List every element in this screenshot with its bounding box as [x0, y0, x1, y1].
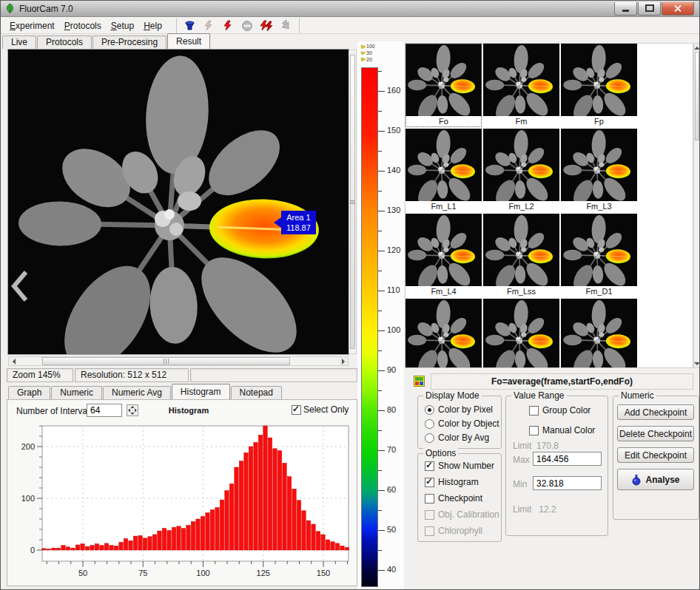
checkbox-icon[interactable] — [425, 461, 434, 471]
histogram-bar — [104, 543, 108, 550]
radio-icon[interactable] — [425, 433, 434, 443]
tab-histogram[interactable]: Histogram — [172, 384, 230, 399]
tab-graph[interactable]: Graph — [8, 386, 50, 399]
histogram-bar — [42, 549, 46, 550]
thumbnail-fm-l4[interactable]: Fm_L4 — [405, 214, 482, 297]
analyse-button[interactable]: Analyse — [617, 469, 694, 490]
menu-experiment[interactable]: Experiment — [8, 19, 61, 33]
snapshot-icon[interactable] — [202, 19, 216, 32]
checkbox-show-number[interactable]: Show Number — [425, 461, 494, 471]
histogram-bar — [220, 500, 223, 550]
display-mode-title: Display Mode — [423, 390, 482, 401]
image-viewport[interactable]: Area 1 118.87 — [8, 50, 349, 354]
checkbox-manual-color[interactable]: Manual Color — [529, 425, 595, 435]
colorbar-tick — [378, 370, 385, 371]
thumbnail-image — [483, 44, 559, 116]
tab-notepad[interactable]: Notepad — [231, 386, 282, 399]
tab-pre-procesing[interactable]: Pre-Procesing — [92, 35, 166, 49]
thumbnail-partial[interactable] — [405, 299, 482, 368]
thumbnail-fm[interactable]: Fm — [483, 44, 559, 127]
close-button[interactable] — [662, 2, 694, 16]
colorbar-tick — [378, 530, 385, 531]
scroll-down-button[interactable] — [694, 360, 700, 367]
radio-color-by-avg[interactable]: Color By Avg — [425, 433, 489, 443]
image-hscroll-thumb[interactable] — [42, 357, 290, 365]
checkbox-icon[interactable] — [425, 478, 434, 487]
histogram-bar — [302, 511, 306, 550]
scroll-right-button[interactable] — [339, 357, 348, 365]
tab-numeric-avg[interactable]: Numeric Avg — [103, 386, 171, 399]
export-icon[interactable] — [279, 19, 293, 32]
radio-icon[interactable] — [425, 419, 434, 429]
checkbox-label: Show Number — [438, 461, 494, 471]
image-vertical-scrollbar[interactable] — [349, 50, 357, 354]
thumbnail-image — [483, 129, 559, 201]
histogram-bar — [47, 549, 50, 550]
thumbnail-fm-l1[interactable]: Fm_L1 — [405, 129, 482, 212]
stop-icon[interactable] — [240, 19, 255, 32]
checkbox-icon[interactable] — [529, 426, 539, 435]
select-only-checkbox[interactable] — [292, 405, 301, 415]
frame-formula: Fo=average(frame,startFo,endFo) — [431, 373, 693, 390]
image-horizontal-scrollbar[interactable] — [8, 356, 349, 366]
frame-thumbnail-grid: FoFmFpFm_L1Fm_L2Fm_L3Fm_L4Fm_LssFm_D1 — [405, 43, 693, 368]
menu-protocols[interactable]: Protocols — [63, 19, 108, 33]
checkbox-checkpoint[interactable]: Checkpoint — [425, 493, 482, 503]
thumbnail-fm-l2[interactable]: Fm_L2 — [483, 129, 559, 212]
colorbar-scale-icon[interactable]: 1003020 — [360, 42, 379, 63]
plant-image — [8, 50, 349, 354]
scroll-up-button[interactable] — [694, 44, 700, 51]
checkbox-group-color[interactable]: Group Color — [529, 405, 590, 416]
menu-setup[interactable]: Setup — [110, 19, 141, 33]
intervals-input[interactable] — [87, 404, 122, 417]
numeric-title: Numeric — [619, 390, 656, 401]
radio-color-by-pixel[interactable]: Color by Pixel — [425, 404, 493, 415]
histogram-bar — [114, 546, 118, 550]
histogram-bar — [124, 539, 127, 550]
limit-bottom-value: 12.2 — [539, 504, 556, 515]
min-input[interactable] — [533, 476, 602, 490]
multi-flash-icon[interactable] — [260, 19, 274, 32]
record-icon[interactable] — [183, 19, 197, 32]
thumbnail-fo[interactable]: Fo — [405, 44, 482, 127]
histogram-bar — [210, 509, 214, 550]
thumbnail-fm-l3[interactable]: Fm_L3 — [561, 129, 637, 212]
scroll-left-button[interactable] — [9, 357, 18, 365]
tab-live[interactable]: Live — [2, 35, 36, 49]
tab-protocols[interactable]: Protocols — [37, 35, 92, 49]
histogram-bar — [340, 546, 344, 550]
delete-checkpoint-button[interactable]: Delete Checkpoint — [617, 426, 694, 441]
image-vscroll-thumb[interactable] — [350, 55, 355, 349]
radio-icon[interactable] — [425, 405, 434, 415]
tab-numeric[interactable]: Numeric — [51, 386, 102, 399]
colorbar-tick-label: 150 — [387, 126, 400, 135]
maximize-button[interactable] — [638, 2, 661, 16]
frame-formula-icon[interactable] — [414, 376, 425, 387]
thumbnail-partial[interactable] — [483, 299, 559, 368]
previous-image-chevron-icon[interactable] — [10, 270, 30, 302]
checkbox-histogram[interactable]: Histogram — [425, 477, 479, 487]
checkbox-icon[interactable] — [425, 494, 434, 503]
svg-text:0: 0 — [30, 546, 35, 555]
radio-color-by-object[interactable]: Color by Object — [425, 418, 499, 429]
thumbnails-scroll-thumb[interactable] — [695, 52, 699, 140]
histogram-bar — [239, 461, 243, 550]
add-checkpoint-button[interactable]: Add Checkpoint — [617, 404, 694, 420]
max-input[interactable] — [533, 452, 602, 466]
checkbox-icon[interactable] — [529, 406, 539, 416]
histogram-bar — [133, 536, 137, 550]
thumbnail-fp[interactable]: Fp — [561, 44, 637, 127]
thumbnail-label: Fm_L1 — [405, 201, 482, 212]
edit-checkpoint-button[interactable]: Edit Checkpoint — [617, 447, 694, 463]
menu-help[interactable]: Help — [142, 19, 169, 33]
thumbnail-partial[interactable] — [561, 299, 637, 368]
titlebar[interactable]: FluorCam 7.0 — [1, 1, 699, 17]
thumbnail-fm-lss[interactable]: Fm_Lss — [483, 214, 559, 297]
rescale-icon[interactable] — [127, 404, 138, 416]
thumbnails-scrollbar[interactable] — [693, 43, 700, 368]
minimize-button[interactable] — [614, 2, 637, 16]
flash-icon[interactable] — [221, 19, 235, 32]
colorbar-tick-label: 100 — [387, 325, 400, 334]
thumbnail-fm-d1[interactable]: Fm_D1 — [561, 214, 637, 297]
tab-result[interactable]: Result — [167, 33, 210, 49]
